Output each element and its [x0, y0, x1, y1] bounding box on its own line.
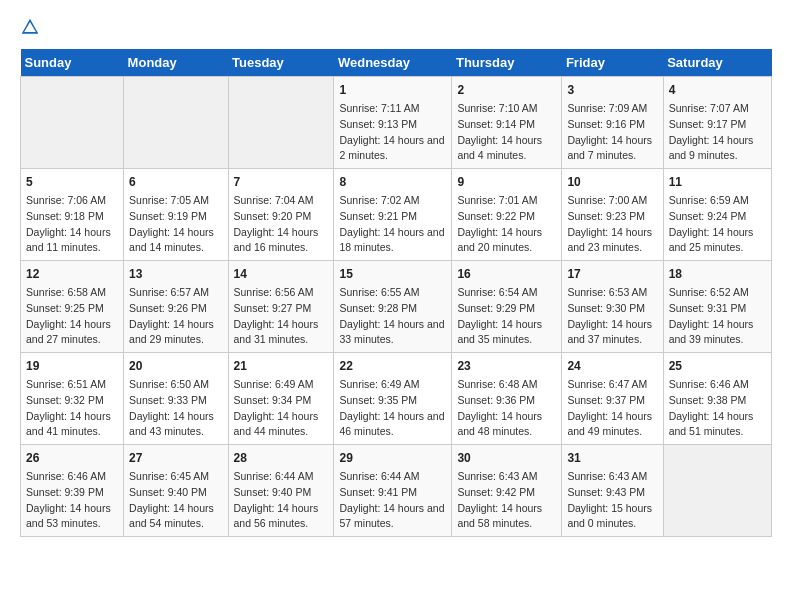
cell-info: Sunrise: 7:05 AMSunset: 9:19 PMDaylight:…: [129, 193, 222, 256]
calendar-cell: 18Sunrise: 6:52 AMSunset: 9:31 PMDayligh…: [663, 261, 771, 353]
cell-info: Sunrise: 7:04 AMSunset: 9:20 PMDaylight:…: [234, 193, 329, 256]
day-number: 9: [457, 173, 556, 191]
day-number: 24: [567, 357, 657, 375]
day-number: 2: [457, 81, 556, 99]
cell-info: Sunrise: 6:55 AMSunset: 9:28 PMDaylight:…: [339, 285, 446, 348]
calendar-header-row: SundayMondayTuesdayWednesdayThursdayFrid…: [21, 49, 772, 77]
day-number: 25: [669, 357, 766, 375]
header-tuesday: Tuesday: [228, 49, 334, 77]
day-number: 15: [339, 265, 446, 283]
cell-info: Sunrise: 6:57 AMSunset: 9:26 PMDaylight:…: [129, 285, 222, 348]
calendar-cell: 28Sunrise: 6:44 AMSunset: 9:40 PMDayligh…: [228, 445, 334, 537]
cell-info: Sunrise: 6:52 AMSunset: 9:31 PMDaylight:…: [669, 285, 766, 348]
cell-info: Sunrise: 6:43 AMSunset: 9:43 PMDaylight:…: [567, 469, 657, 532]
calendar-cell: 25Sunrise: 6:46 AMSunset: 9:38 PMDayligh…: [663, 353, 771, 445]
day-number: 4: [669, 81, 766, 99]
header-monday: Monday: [124, 49, 228, 77]
day-number: 30: [457, 449, 556, 467]
cell-info: Sunrise: 6:50 AMSunset: 9:33 PMDaylight:…: [129, 377, 222, 440]
calendar-cell: 17Sunrise: 6:53 AMSunset: 9:30 PMDayligh…: [562, 261, 663, 353]
cell-info: Sunrise: 6:47 AMSunset: 9:37 PMDaylight:…: [567, 377, 657, 440]
calendar-cell: 9Sunrise: 7:01 AMSunset: 9:22 PMDaylight…: [452, 169, 562, 261]
day-number: 5: [26, 173, 118, 191]
week-row-2: 5Sunrise: 7:06 AMSunset: 9:18 PMDaylight…: [21, 169, 772, 261]
calendar-cell: 24Sunrise: 6:47 AMSunset: 9:37 PMDayligh…: [562, 353, 663, 445]
week-row-5: 26Sunrise: 6:46 AMSunset: 9:39 PMDayligh…: [21, 445, 772, 537]
calendar-table: SundayMondayTuesdayWednesdayThursdayFrid…: [20, 49, 772, 537]
cell-info: Sunrise: 6:44 AMSunset: 9:40 PMDaylight:…: [234, 469, 329, 532]
calendar-cell: 11Sunrise: 6:59 AMSunset: 9:24 PMDayligh…: [663, 169, 771, 261]
day-number: 18: [669, 265, 766, 283]
calendar-cell: [124, 77, 228, 169]
cell-info: Sunrise: 6:43 AMSunset: 9:42 PMDaylight:…: [457, 469, 556, 532]
day-number: 29: [339, 449, 446, 467]
calendar-cell: 31Sunrise: 6:43 AMSunset: 9:43 PMDayligh…: [562, 445, 663, 537]
day-number: 3: [567, 81, 657, 99]
calendar-cell: 29Sunrise: 6:44 AMSunset: 9:41 PMDayligh…: [334, 445, 452, 537]
day-number: 6: [129, 173, 222, 191]
cell-info: Sunrise: 6:54 AMSunset: 9:29 PMDaylight:…: [457, 285, 556, 348]
cell-info: Sunrise: 6:49 AMSunset: 9:35 PMDaylight:…: [339, 377, 446, 440]
day-number: 16: [457, 265, 556, 283]
week-row-1: 1Sunrise: 7:11 AMSunset: 9:13 PMDaylight…: [21, 77, 772, 169]
calendar-cell: 23Sunrise: 6:48 AMSunset: 9:36 PMDayligh…: [452, 353, 562, 445]
calendar-cell: 13Sunrise: 6:57 AMSunset: 9:26 PMDayligh…: [124, 261, 228, 353]
calendar-cell: 10Sunrise: 7:00 AMSunset: 9:23 PMDayligh…: [562, 169, 663, 261]
calendar-cell: [228, 77, 334, 169]
cell-info: Sunrise: 7:02 AMSunset: 9:21 PMDaylight:…: [339, 193, 446, 256]
cell-info: Sunrise: 6:45 AMSunset: 9:40 PMDaylight:…: [129, 469, 222, 532]
cell-info: Sunrise: 6:51 AMSunset: 9:32 PMDaylight:…: [26, 377, 118, 440]
calendar-cell: 4Sunrise: 7:07 AMSunset: 9:17 PMDaylight…: [663, 77, 771, 169]
calendar-cell: 16Sunrise: 6:54 AMSunset: 9:29 PMDayligh…: [452, 261, 562, 353]
day-number: 12: [26, 265, 118, 283]
calendar-cell: 21Sunrise: 6:49 AMSunset: 9:34 PMDayligh…: [228, 353, 334, 445]
cell-info: Sunrise: 7:07 AMSunset: 9:17 PMDaylight:…: [669, 101, 766, 164]
calendar-cell: 20Sunrise: 6:50 AMSunset: 9:33 PMDayligh…: [124, 353, 228, 445]
calendar-cell: [663, 445, 771, 537]
header-thursday: Thursday: [452, 49, 562, 77]
cell-info: Sunrise: 6:56 AMSunset: 9:27 PMDaylight:…: [234, 285, 329, 348]
header-wednesday: Wednesday: [334, 49, 452, 77]
cell-info: Sunrise: 7:00 AMSunset: 9:23 PMDaylight:…: [567, 193, 657, 256]
calendar-cell: 8Sunrise: 7:02 AMSunset: 9:21 PMDaylight…: [334, 169, 452, 261]
day-number: 28: [234, 449, 329, 467]
calendar-cell: 12Sunrise: 6:58 AMSunset: 9:25 PMDayligh…: [21, 261, 124, 353]
cell-info: Sunrise: 6:48 AMSunset: 9:36 PMDaylight:…: [457, 377, 556, 440]
day-number: 7: [234, 173, 329, 191]
cell-info: Sunrise: 6:49 AMSunset: 9:34 PMDaylight:…: [234, 377, 329, 440]
logo-icon: [20, 17, 40, 37]
cell-info: Sunrise: 6:59 AMSunset: 9:24 PMDaylight:…: [669, 193, 766, 256]
cell-info: Sunrise: 7:06 AMSunset: 9:18 PMDaylight:…: [26, 193, 118, 256]
cell-info: Sunrise: 7:11 AMSunset: 9:13 PMDaylight:…: [339, 101, 446, 164]
day-number: 26: [26, 449, 118, 467]
calendar-cell: 1Sunrise: 7:11 AMSunset: 9:13 PMDaylight…: [334, 77, 452, 169]
calendar-cell: 7Sunrise: 7:04 AMSunset: 9:20 PMDaylight…: [228, 169, 334, 261]
week-row-4: 19Sunrise: 6:51 AMSunset: 9:32 PMDayligh…: [21, 353, 772, 445]
calendar-cell: 27Sunrise: 6:45 AMSunset: 9:40 PMDayligh…: [124, 445, 228, 537]
calendar-cell: 3Sunrise: 7:09 AMSunset: 9:16 PMDaylight…: [562, 77, 663, 169]
cell-info: Sunrise: 6:46 AMSunset: 9:39 PMDaylight:…: [26, 469, 118, 532]
day-number: 11: [669, 173, 766, 191]
cell-info: Sunrise: 7:10 AMSunset: 9:14 PMDaylight:…: [457, 101, 556, 164]
calendar-cell: 26Sunrise: 6:46 AMSunset: 9:39 PMDayligh…: [21, 445, 124, 537]
header-saturday: Saturday: [663, 49, 771, 77]
day-number: 27: [129, 449, 222, 467]
calendar-cell: 19Sunrise: 6:51 AMSunset: 9:32 PMDayligh…: [21, 353, 124, 445]
cell-info: Sunrise: 6:46 AMSunset: 9:38 PMDaylight:…: [669, 377, 766, 440]
calendar-cell: 14Sunrise: 6:56 AMSunset: 9:27 PMDayligh…: [228, 261, 334, 353]
cell-info: Sunrise: 6:58 AMSunset: 9:25 PMDaylight:…: [26, 285, 118, 348]
cell-info: Sunrise: 7:01 AMSunset: 9:22 PMDaylight:…: [457, 193, 556, 256]
logo: [20, 16, 44, 37]
day-number: 31: [567, 449, 657, 467]
cell-info: Sunrise: 6:44 AMSunset: 9:41 PMDaylight:…: [339, 469, 446, 532]
day-number: 19: [26, 357, 118, 375]
day-number: 10: [567, 173, 657, 191]
calendar-cell: [21, 77, 124, 169]
day-number: 8: [339, 173, 446, 191]
day-number: 17: [567, 265, 657, 283]
day-number: 14: [234, 265, 329, 283]
calendar-cell: 22Sunrise: 6:49 AMSunset: 9:35 PMDayligh…: [334, 353, 452, 445]
day-number: 22: [339, 357, 446, 375]
week-row-3: 12Sunrise: 6:58 AMSunset: 9:25 PMDayligh…: [21, 261, 772, 353]
day-number: 23: [457, 357, 556, 375]
